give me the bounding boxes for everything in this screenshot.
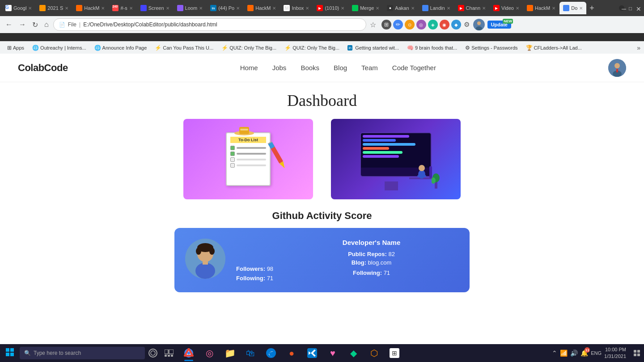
tab-2021s[interactable]: 2021 S ✕	[36, 2, 72, 14]
tab-loom[interactable]: Loom ✕	[174, 2, 207, 14]
tab-close-video[interactable]: ✕	[516, 6, 519, 11]
tab-240[interactable]: 240 #-s ✕	[109, 2, 136, 14]
ext-icon-1[interactable]: ⊙	[405, 20, 415, 29]
bookmark-outreachy[interactable]: 🌐 Outreachy | Interns...	[29, 43, 90, 53]
followers-stat: Followers: 98	[236, 265, 273, 272]
profile-avatar-icon[interactable]	[473, 19, 485, 30]
extensions-puzzle-icon[interactable]: ⊞	[381, 20, 391, 29]
nav-jobs[interactable]: Jobs	[272, 64, 287, 72]
tab-close-hackm1[interactable]: ✕	[101, 6, 105, 11]
tab-close-2021s[interactable]: ✕	[65, 6, 68, 11]
window-close-button[interactable]: ✕	[633, 5, 639, 11]
taskbar-app-orange[interactable]: ⬡	[364, 344, 384, 362]
taskbar-app-store[interactable]: 🛍	[241, 344, 260, 362]
update-button[interactable]: Update NEW	[487, 21, 511, 29]
bookmark-quiz2[interactable]: ⚡ QUIZ: Only The Big...	[218, 43, 280, 53]
tab-hackm3[interactable]: HackM ✕	[523, 2, 559, 14]
tab-close-landing[interactable]: ✕	[447, 6, 450, 11]
tab-close-doc[interactable]: ✕	[579, 6, 583, 11]
tab-inbox[interactable]: M Inbox ✕	[280, 2, 313, 14]
home-button[interactable]: ⌂	[42, 20, 51, 29]
bookmarks-more-button[interactable]: »	[637, 44, 640, 51]
volume-icon[interactable]: 🔊	[570, 349, 578, 357]
tab-hackm2[interactable]: HackM ✕	[244, 2, 280, 14]
address-bar[interactable]: 📄 File | E:/OneDrive/Desktop/ColabEditor…	[53, 18, 366, 31]
bookmark-star-button[interactable]: ☆	[369, 20, 377, 30]
ext-icon-3[interactable]: ◈	[428, 20, 438, 29]
tab-hackm1[interactable]: HackM ✕	[72, 2, 108, 14]
tab-screen[interactable]: Screen ✕	[137, 2, 173, 14]
user-avatar[interactable]	[608, 59, 626, 77]
nav-code-together[interactable]: Code Together	[392, 64, 436, 72]
time-display[interactable]: 10:00 PM 1/31/2021	[604, 346, 626, 360]
back-button[interactable]: ←	[4, 20, 14, 29]
notification-badge[interactable]: 🔔 11	[580, 349, 588, 357]
taskbar-app-cortana[interactable]: ◎	[199, 344, 219, 362]
todo-card[interactable]: To-Do List	[183, 119, 313, 199]
taskbar-app-edge[interactable]	[261, 344, 281, 362]
tab-close-240[interactable]: ✕	[129, 6, 133, 11]
window-minimize-button[interactable]: ─	[619, 5, 624, 11]
taskbar-app-ubuntu[interactable]: ●	[282, 344, 301, 362]
taskbar-search[interactable]: 🔍 Type here to search	[20, 347, 145, 359]
tab-landing[interactable]: Landin ✕	[419, 2, 454, 14]
ext-icon-5[interactable]: ◆	[451, 20, 461, 29]
nav-blog[interactable]: Blog	[334, 64, 347, 72]
eng-language-label[interactable]: ENG	[591, 350, 602, 356]
bookmark-linkedin-gs[interactable]: in Getting started wit...	[344, 43, 402, 53]
tab-doc[interactable]: Do ✕	[559, 2, 586, 14]
nav-books[interactable]: Books	[301, 64, 319, 72]
tab-chann[interactable]: ▶ Chann ✕	[454, 2, 489, 14]
window-maximize-button[interactable]: □	[626, 5, 631, 11]
cortana-button[interactable]	[145, 345, 161, 361]
taskbar-app-pink[interactable]: ♥	[323, 344, 343, 362]
tab-merge[interactable]: Merge ✕	[348, 2, 383, 14]
nav-team[interactable]: Team	[361, 64, 378, 72]
tab-close-aakan[interactable]: ✕	[411, 6, 415, 11]
bookmark-quiz1[interactable]: ⚡ Can You Pass This U...	[151, 43, 217, 53]
tab-close-merge[interactable]: ✕	[376, 6, 379, 11]
tab-close-loom[interactable]: ✕	[199, 6, 203, 11]
taskbar-app-vscode[interactable]	[302, 344, 322, 362]
new-tab-button[interactable]: +	[587, 4, 597, 13]
tab-video[interactable]: ▶ Video ✕	[490, 2, 523, 14]
site-nav: Home Jobs Books Blog Team Code Together	[240, 64, 436, 72]
action-center-button[interactable]	[630, 344, 644, 362]
forward-button[interactable]: →	[17, 20, 28, 29]
tab-google[interactable]: G Googl ✕	[2, 2, 35, 14]
ext-settings-gear[interactable]: ⚙	[463, 20, 470, 29]
tab-close-screen[interactable]: ✕	[166, 6, 169, 11]
bookmark-cfladders[interactable]: 🏆 CFLadders->All Lad...	[522, 43, 585, 53]
tab-close-yt[interactable]: ✕	[341, 6, 344, 11]
bookmark-quiz3[interactable]: ⚡ QUIZ: Only The Big...	[281, 43, 343, 53]
reload-button[interactable]: ↻	[30, 20, 40, 30]
tab-close-google[interactable]: ✕	[28, 6, 32, 11]
ext-icon-2[interactable]: ◎	[416, 20, 426, 29]
nav-home[interactable]: Home	[240, 64, 258, 72]
tab-close-inbox[interactable]: ✕	[305, 6, 309, 11]
network-icon[interactable]: 📶	[560, 349, 568, 357]
taskbar-pinned-apps: ◎ 📁 🛍 ●	[177, 344, 406, 362]
bookmark-brain[interactable]: 🧠 9 brain foods that...	[403, 43, 461, 53]
bookmark-settings-pw[interactable]: ⚙ Settings - Passwords	[462, 43, 521, 53]
hidden-icons-button[interactable]: ⌃	[552, 349, 557, 357]
taskbar-app-green[interactable]: ◆	[343, 344, 363, 362]
taskbar-chrome[interactable]	[179, 344, 199, 362]
tab-yt1010[interactable]: ▶ (1010) ✕	[313, 2, 348, 14]
tab-close-hackm2[interactable]: ✕	[272, 6, 276, 11]
ext-icon-4[interactable]: ◉	[440, 20, 449, 29]
taskbar-app-files[interactable]: 📁	[220, 344, 240, 362]
tab-linkedin[interactable]: in (44) Po ✕	[207, 2, 243, 14]
tab-close-chann[interactable]: ✕	[482, 6, 486, 11]
bookmark-announce[interactable]: 🌐 Announce Info Page	[91, 43, 151, 53]
start-button[interactable]	[0, 344, 20, 362]
tab-aakan[interactable]: ● Aakan ✕	[383, 2, 418, 14]
tab-close-hackm3[interactable]: ✕	[552, 6, 555, 11]
tab-label-merge: Merge	[360, 5, 374, 11]
task-view-button[interactable]	[161, 345, 177, 361]
ext-color-picker[interactable]: ✏	[393, 20, 403, 29]
tab-close-linkedin[interactable]: ✕	[236, 6, 240, 11]
code-card[interactable]	[331, 119, 461, 199]
taskbar-app-black[interactable]: ⊞	[385, 344, 404, 362]
bookmark-apps[interactable]: ⊞ Apps	[4, 43, 28, 53]
